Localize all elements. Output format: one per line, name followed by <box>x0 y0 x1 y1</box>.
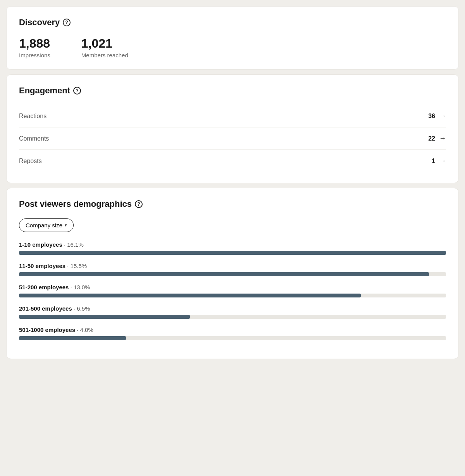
comments-value: 22 <box>428 135 435 142</box>
comments-value-group: 22 → <box>428 134 446 143</box>
reposts-row[interactable]: Reposts 1 → <box>19 150 446 172</box>
reposts-value-group: 1 → <box>432 157 446 165</box>
comments-label: Comments <box>19 135 49 142</box>
chevron-down-icon: ▾ <box>65 223 67 228</box>
bar-label-2: 51-200 employees · 13.0% <box>19 284 446 290</box>
bar-label-bold-1: 11-50 employees <box>19 263 65 269</box>
demographics-bars: 1-10 employees · 16.1%11-50 employees · … <box>19 241 446 340</box>
engagement-help-icon[interactable]: ? <box>73 87 81 95</box>
impressions-value: 1,888 <box>19 37 50 50</box>
members-reached-stat: 1,021 Members reached <box>81 37 128 58</box>
demographics-card: Post viewers demographics ? Company size… <box>6 188 459 359</box>
bar-label-3: 201-500 employees · 6.5% <box>19 305 446 312</box>
bar-fill-1 <box>19 272 429 276</box>
company-size-filter-button[interactable]: Company size ▾ <box>19 218 74 232</box>
bar-group-4: 501-1000 employees · 4.0% <box>19 326 446 340</box>
comments-arrow-icon[interactable]: → <box>439 134 446 143</box>
bar-fill-3 <box>19 315 190 319</box>
discovery-help-icon[interactable]: ? <box>63 19 71 26</box>
engagement-title: Engagement ? <box>19 86 446 96</box>
bar-label-pct-3: · 6.5% <box>72 305 90 312</box>
demographics-title: Post viewers demographics ? <box>19 199 446 209</box>
bar-label-1: 11-50 employees · 15.5% <box>19 263 446 269</box>
bar-track-1 <box>19 272 446 276</box>
members-reached-label: Members reached <box>81 52 128 58</box>
demographics-title-text: Post viewers demographics <box>19 199 132 209</box>
bar-label-pct-0: · 16.1% <box>62 241 84 248</box>
impressions-stat: 1,888 Impressions <box>19 37 50 58</box>
discovery-title: Discovery ? <box>19 17 446 27</box>
bar-track-0 <box>19 251 446 255</box>
bar-label-pct-4: · 4.0% <box>75 326 93 333</box>
reactions-arrow-icon[interactable]: → <box>439 112 446 120</box>
bar-track-4 <box>19 336 446 340</box>
bar-track-3 <box>19 315 446 319</box>
bar-fill-2 <box>19 294 361 297</box>
demographics-help-icon[interactable]: ? <box>135 200 143 208</box>
reactions-value: 36 <box>428 113 435 120</box>
reposts-arrow-icon[interactable]: → <box>439 157 446 165</box>
bar-label-pct-2: · 13.0% <box>69 284 90 290</box>
reactions-row[interactable]: Reactions 36 → <box>19 105 446 127</box>
bar-fill-0 <box>19 251 446 255</box>
reactions-label: Reactions <box>19 113 46 120</box>
discovery-stats: 1,888 Impressions 1,021 Members reached <box>19 37 446 58</box>
bar-group-1: 11-50 employees · 15.5% <box>19 263 446 276</box>
discovery-title-text: Discovery <box>19 17 60 27</box>
bar-label-4: 501-1000 employees · 4.0% <box>19 326 446 333</box>
bar-group-0: 1-10 employees · 16.1% <box>19 241 446 255</box>
bar-label-bold-2: 51-200 employees <box>19 284 69 290</box>
members-reached-value: 1,021 <box>81 37 128 50</box>
bar-label-0: 1-10 employees · 16.1% <box>19 241 446 248</box>
filter-label: Company size <box>26 222 62 229</box>
bar-label-bold-3: 201-500 employees <box>19 305 72 312</box>
discovery-card: Discovery ? 1,888 Impressions 1,021 Memb… <box>6 6 459 70</box>
bar-group-3: 201-500 employees · 6.5% <box>19 305 446 319</box>
comments-row[interactable]: Comments 22 → <box>19 127 446 150</box>
bar-label-bold-4: 501-1000 employees <box>19 326 75 333</box>
engagement-title-text: Engagement <box>19 86 70 96</box>
bar-label-bold-0: 1-10 employees <box>19 241 62 248</box>
impressions-label: Impressions <box>19 52 50 58</box>
reposts-label: Reposts <box>19 158 42 165</box>
bar-label-pct-1: · 15.5% <box>65 263 87 269</box>
bar-track-2 <box>19 294 446 297</box>
bar-fill-4 <box>19 336 126 340</box>
reactions-value-group: 36 → <box>428 112 446 120</box>
reposts-value: 1 <box>432 158 435 165</box>
engagement-card: Engagement ? Reactions 36 → Comments 22 … <box>6 74 459 183</box>
bar-group-2: 51-200 employees · 13.0% <box>19 284 446 297</box>
